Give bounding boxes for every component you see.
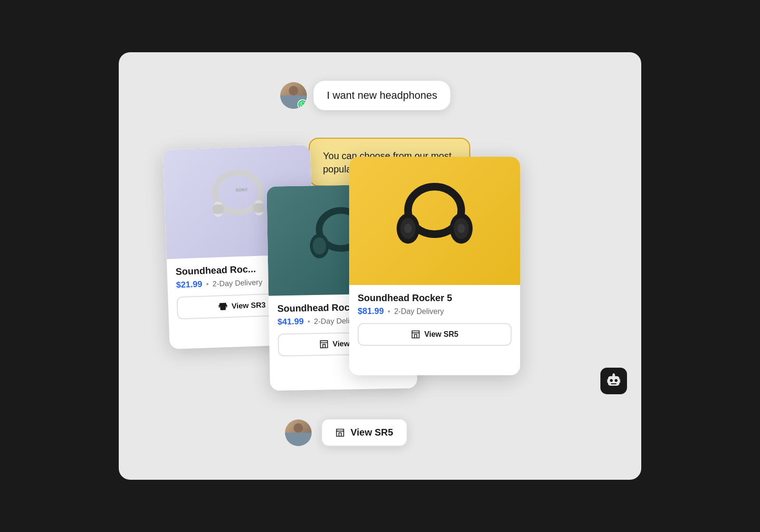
bottom-whatsapp-icon	[304, 439, 310, 445]
product-price-sr3: $21.99	[176, 279, 202, 290]
card-meta-sr5: $81.99 • 2-Day Delivery	[358, 306, 512, 316]
bottom-view-sr5-button[interactable]: View SR5	[321, 418, 408, 446]
bottom-message-container: View SR5	[285, 418, 408, 446]
svg-rect-22	[611, 383, 617, 384]
product-card-sr5: Soundhead Rocker 5 $81.99 • 2-Day Delive…	[349, 157, 520, 375]
whatsapp-icon	[300, 102, 305, 107]
svg-text:SONY: SONY	[236, 187, 248, 192]
view-sr5-card-label: View SR5	[424, 330, 458, 339]
product-name-sr3: Soundhead Roc...	[175, 264, 256, 277]
svg-rect-25	[607, 379, 608, 383]
svg-point-21	[615, 379, 618, 382]
product-image-sr5	[349, 157, 520, 285]
view-sr5-button[interactable]: View SR5	[358, 323, 512, 346]
bottom-store-icon	[335, 428, 345, 437]
store-icon-sr5	[411, 330, 420, 339]
user-message-container: I want new headphones	[280, 81, 450, 110]
bot-face-icon	[605, 372, 622, 390]
user-message-bubble: I want new headphones	[314, 81, 450, 110]
bottom-button-label: View SR5	[351, 427, 393, 438]
svg-rect-3	[212, 204, 224, 214]
card-title-sr5: Soundhead Rocker 5	[358, 293, 512, 304]
card-info-sr5: Soundhead Rocker 5 $81.99 • 2-Day Delive…	[349, 285, 520, 352]
store-icon-sr4	[319, 340, 329, 349]
bot-icon-container	[600, 368, 627, 394]
product-price-sr4: $41.99	[277, 316, 304, 327]
bottom-user-avatar	[285, 419, 312, 446]
chat-scene: I want new headphones You can choose fro…	[119, 52, 641, 480]
store-icon-sr3	[218, 302, 228, 312]
svg-rect-26	[619, 379, 620, 383]
headphone-image-sr3: SONY	[199, 167, 277, 236]
whatsapp-badge	[297, 99, 307, 109]
product-price-sr5: $81.99	[358, 306, 384, 316]
view-sr3-label: View SR3	[231, 301, 266, 310]
user-avatar	[280, 82, 307, 109]
svg-point-24	[613, 373, 615, 375]
svg-point-17	[404, 224, 412, 233]
product-delivery-sr3: 2-Day Delivery	[212, 278, 262, 288]
bottom-whatsapp-badge	[302, 437, 312, 446]
svg-rect-4	[253, 203, 265, 213]
product-name-sr5: Soundhead Rocker 5	[358, 293, 452, 303]
headphone-image-sr5	[390, 183, 480, 259]
svg-point-18	[457, 224, 465, 233]
product-cards-container: SONY Soundhead Roc... $21.99 • 2-Day Del…	[166, 128, 546, 394]
product-delivery-sr5: 2-Day Delivery	[394, 307, 444, 316]
svg-point-20	[610, 379, 613, 382]
user-message-text: I want new headphones	[327, 89, 437, 101]
